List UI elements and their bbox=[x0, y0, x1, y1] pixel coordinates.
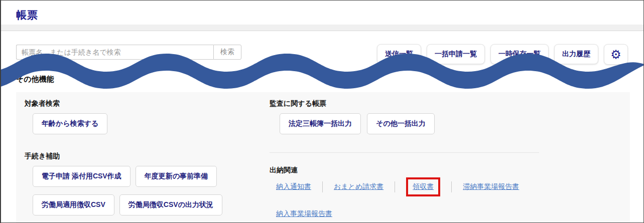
temporary-save-list-button[interactable]: 一時保存一覧 bbox=[490, 44, 549, 64]
delinquent-workplace-report-link[interactable]: 滞納事業場報告書 bbox=[463, 182, 519, 191]
toolbar-buttons: 送信一覧 一括申請一覧 一時保存一覧 出力履歴 ⚙ bbox=[377, 44, 628, 65]
eapp-csv-create-button[interactable]: 電子申請 添付用CSV作成 bbox=[33, 166, 131, 187]
payment-workplace-report-link[interactable]: 納入事業場報告書 bbox=[276, 209, 332, 218]
consolidated-invoice-link[interactable]: おまとめ請求書 bbox=[334, 182, 383, 191]
output-history-button[interactable]: 出力履歴 bbox=[554, 44, 598, 64]
cashier-links-row1: 納入通知書 おまとめ請求書 領収書 滞納事業場報告書 bbox=[276, 176, 519, 197]
target-search-buttons: 年齢から検索する bbox=[33, 113, 107, 134]
cashier-links-row2: 納入事業場報告書 bbox=[276, 203, 332, 223]
labor-bureau-csv-status-button[interactable]: 労働局徴収CSVの出力状況 bbox=[119, 194, 222, 215]
annual-update-prep-button[interactable]: 年度更新の事前準備 bbox=[136, 166, 217, 187]
link-separator bbox=[451, 181, 452, 192]
header-divider-strip bbox=[1, 25, 643, 31]
procedure-assist-row2: 労働局適用徴収CSV 労働局徴収CSVの出力状況 bbox=[33, 194, 222, 215]
search-button[interactable]: 検索 bbox=[213, 45, 241, 60]
other-functions-heading: その他機能 bbox=[16, 75, 54, 84]
legal-books-batch-output-button[interactable]: 法定三帳簿一括出力 bbox=[280, 113, 361, 134]
app-window: 帳票 検索 送信一覧 一括申請一覧 一時保存一覧 出力履歴 ⚙ その他機能 対象… bbox=[0, 0, 644, 223]
send-list-button[interactable]: 送信一覧 bbox=[377, 44, 421, 64]
procedure-assist-label: 手続き補助 bbox=[25, 152, 60, 161]
procedure-assist-row1: 電子申請 添付用CSV作成 年度更新の事前準備 bbox=[33, 166, 217, 187]
audit-buttons-row: 法定三帳簿一括出力 その他一括出力 bbox=[280, 113, 435, 134]
target-search-label: 対象者検索 bbox=[25, 99, 60, 108]
settings-button[interactable]: ⚙ bbox=[604, 44, 628, 65]
search-group: 検索 bbox=[16, 45, 241, 60]
audit-forms-label: 監査に関する帳票 bbox=[270, 99, 326, 108]
page-title: 帳票 bbox=[16, 8, 38, 22]
other-batch-output-button[interactable]: その他一括出力 bbox=[367, 113, 435, 134]
search-by-age-button[interactable]: 年齢から検索する bbox=[33, 113, 107, 134]
section-divider bbox=[270, 152, 539, 153]
link-separator bbox=[395, 181, 395, 192]
other-functions-panel: 対象者検索 年齢から検索する 手続き補助 電子申請 添付用CSV作成 年度更新の… bbox=[16, 92, 630, 222]
gear-icon: ⚙ bbox=[610, 49, 621, 61]
labor-bureau-csv-button[interactable]: 労働局適用徴収CSV bbox=[33, 194, 114, 215]
receipt-link[interactable]: 領収書 bbox=[413, 182, 434, 191]
search-input[interactable] bbox=[16, 45, 213, 60]
batch-application-list-button[interactable]: 一括申請一覧 bbox=[427, 44, 485, 64]
payment-notice-link[interactable]: 納入通知書 bbox=[276, 182, 311, 191]
cashier-label: 出納関連 bbox=[270, 166, 298, 175]
highlight-box: 領収書 bbox=[406, 177, 440, 196]
link-separator bbox=[322, 181, 323, 192]
